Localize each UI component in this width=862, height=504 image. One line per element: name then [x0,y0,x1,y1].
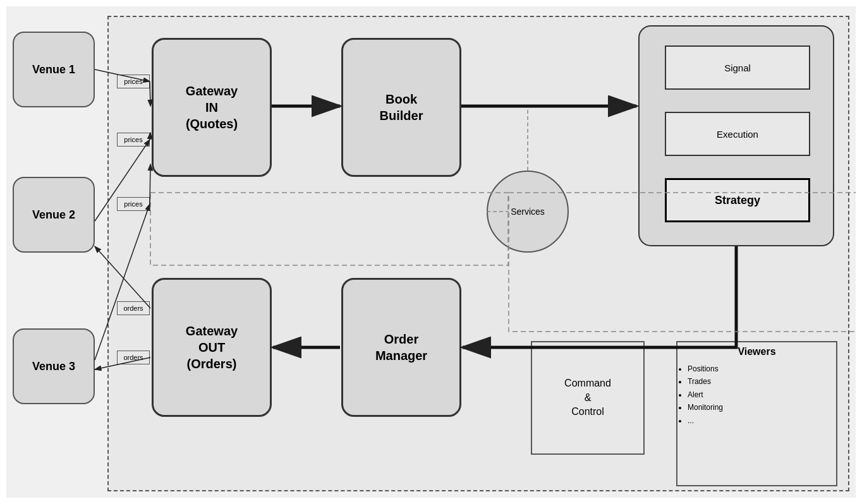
viewers-item-more: ... [688,414,831,427]
command-control-box: Command&Control [531,341,645,455]
gateway-in-label: GatewayIN(Quotes) [186,83,238,132]
viewers-box: Viewers Positions Trades Alert Monitorin… [676,341,837,486]
viewers-item-monitoring: Monitoring [688,401,831,414]
services-label: Services [511,207,545,217]
venue-1-label: Venue 1 [32,63,75,76]
strategy-box: Strategy [665,178,810,222]
venue-2-box: Venue 2 [13,177,95,253]
execution-box: Execution [665,112,810,156]
command-control-label: Command&Control [564,376,611,419]
strategy-group: Signal Execution Strategy [638,25,834,246]
execution-label: Execution [717,129,758,140]
gateway-out-box: GatewayOUT(Orders) [152,278,272,417]
price-label-1: prices [117,75,150,88]
viewers-list: Positions Trades Alert Monitoring ... [677,361,836,432]
signal-box: Signal [665,45,810,90]
price-label-2: prices [117,133,150,147]
viewers-title: Viewers [677,342,836,361]
order-label-2: orders [117,351,150,364]
order-label-1: orders [117,301,150,315]
viewers-item-alert: Alert [688,388,831,401]
venue-1-box: Venue 1 [13,32,95,107]
book-builder-label: BookBuilder [380,91,423,124]
gateway-in-box: GatewayIN(Quotes) [152,38,272,177]
signal-label: Signal [724,63,751,73]
venue-3-box: Venue 3 [13,328,95,404]
gateway-out-label: GatewayOUT(Orders) [186,323,238,372]
book-builder-box: BookBuilder [341,38,461,177]
diagram-container: Venue 1 Venue 2 Venue 3 prices prices pr… [6,6,856,498]
venue-3-label: Venue 3 [32,360,75,373]
order-manager-label: OrderManager [375,331,427,364]
viewers-item-positions: Positions [688,363,831,375]
strategy-label: Strategy [715,194,760,207]
price-label-3: prices [117,197,150,211]
order-manager-box: OrderManager [341,278,461,417]
viewers-item-trades: Trades [688,375,831,388]
services-circle: Services [487,171,569,253]
venue-2-label: Venue 2 [32,208,75,222]
